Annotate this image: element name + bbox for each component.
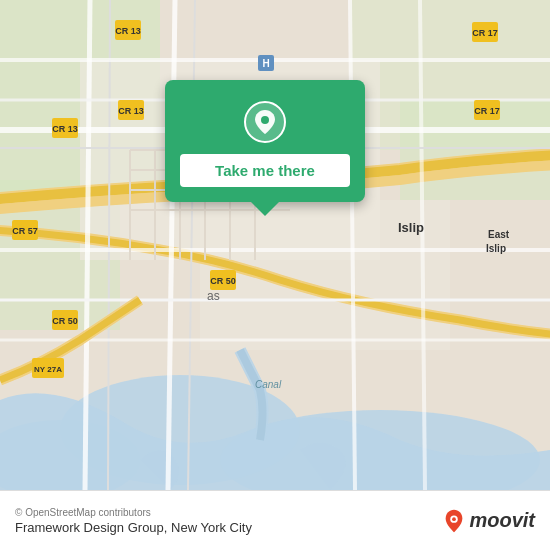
moovit-text: moovit <box>469 509 535 532</box>
svg-text:CR 57: CR 57 <box>12 226 38 236</box>
svg-text:CR 17: CR 17 <box>474 106 500 116</box>
map-svg: CR 13 CR 13 CR 13 CR 17 CR 17 CR 50 CR 5… <box>0 0 550 490</box>
svg-text:CR 13: CR 13 <box>115 26 141 36</box>
svg-text:CR 17: CR 17 <box>472 28 498 38</box>
svg-point-61 <box>453 517 457 521</box>
popup-card: Take me there <box>165 80 365 202</box>
svg-text:CR 13: CR 13 <box>52 124 78 134</box>
location-name: Framework Design Group, New York City <box>15 520 252 535</box>
osm-attribution: © OpenStreetMap contributors <box>15 507 252 518</box>
moovit-pin-icon <box>443 508 465 534</box>
svg-text:H: H <box>262 58 269 69</box>
svg-text:CR 50: CR 50 <box>210 276 236 286</box>
svg-text:East: East <box>488 229 510 240</box>
bottom-bar: © OpenStreetMap contributors Framework D… <box>0 490 550 550</box>
take-me-there-button[interactable]: Take me there <box>180 154 350 187</box>
svg-text:Islip: Islip <box>486 243 506 254</box>
svg-point-59 <box>261 116 269 124</box>
bottom-content: © OpenStreetMap contributors Framework D… <box>15 507 535 535</box>
map-container[interactable]: CR 13 CR 13 CR 13 CR 17 CR 17 CR 50 CR 5… <box>0 0 550 490</box>
svg-text:as: as <box>207 289 220 303</box>
svg-text:NY 27A: NY 27A <box>34 365 62 374</box>
svg-text:Canal: Canal <box>255 379 282 390</box>
svg-text:CR 13: CR 13 <box>118 106 144 116</box>
svg-text:CR 50: CR 50 <box>52 316 78 326</box>
location-pin-icon <box>243 100 287 144</box>
svg-text:Islip: Islip <box>398 220 424 235</box>
moovit-logo: moovit <box>443 508 535 534</box>
